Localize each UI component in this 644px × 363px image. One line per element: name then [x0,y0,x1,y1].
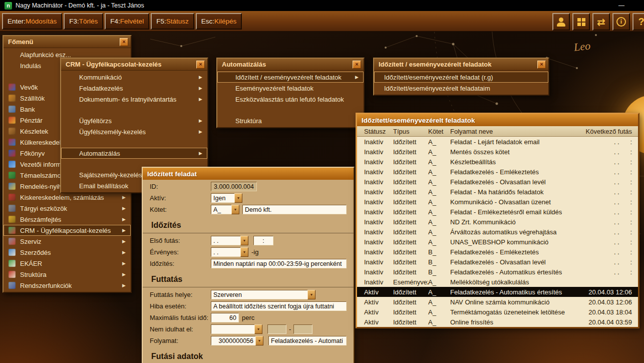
dropdown-arrow-icon[interactable]: ▼ [240,236,248,245]
menu-item[interactable]: Automatizálás ▶ [61,148,207,159]
on-error-field[interactable]: A beállított időzítés szerint fogja újra… [211,301,347,311]
table-row[interactable]: Inaktív Időzített A_ ND Zrt. Kommunikáci… [357,217,638,227]
table-row[interactable]: Inaktív Időzített A_ Feladat - Emlékezte… [357,207,638,217]
table-row[interactable]: Aktív Időzített A_ Online frissítés 20.0… [357,317,638,327]
dialog-titlebar[interactable]: Időzített feladat [143,168,354,180]
table-row[interactable]: Inaktív Időzített B_ Feladatkezelés - Em… [357,247,638,257]
column-header-process[interactable]: Folyamat neve [450,128,574,135]
submenu-arrow-icon: ▶ [197,97,202,102]
process-id-field[interactable]: 3000000056 [211,336,256,345]
table-row[interactable]: Inaktív Időzített A_ Árváltozás automati… [357,227,638,237]
menu-item[interactable]: Időzített/eseményvezérelt feladataim [374,83,548,94]
crm-menu-titlebar[interactable]: CRM - Ügyfélkapcsolat-kezelés × [61,59,207,71]
menu-item[interactable]: EKÁER ▶ [4,258,131,269]
transfer-button[interactable]: ⇄ [592,13,610,31]
table-row[interactable]: Inaktív Időzített A_ UNAS_WEBSHOP kommun… [357,237,638,247]
close-icon[interactable]: × [353,61,361,69]
volume-select[interactable]: A_ [211,205,232,214]
menu-item[interactable]: Tárgyi eszközök ▶ [4,203,131,214]
function-key-button[interactable]: F4:Felvétel [105,13,149,30]
cell-process: Feladatkezelés - Automatikus értesítés [450,288,574,296]
close-icon[interactable]: × [196,61,205,69]
minimize-button[interactable]: — [618,2,624,9]
table-row[interactable]: Inaktív Időzített A_ Feladat - Ma határi… [357,187,638,197]
dropdown-arrow-icon[interactable]: ▼ [307,290,315,299]
table-row[interactable]: Inaktív Időzített A_ Készletbeállítás . … [357,157,638,167]
dropdown-arrow-icon[interactable]: ▼ [240,247,248,257]
automation-menu-titlebar[interactable]: Automatizálás × [217,59,364,71]
menu-item[interactable]: Kommunikáció ▶ [61,72,207,83]
table-row[interactable]: Inaktív Időzített A_ Kommunikáció - Olva… [357,197,638,207]
dropdown-arrow-icon[interactable]: ▼ [255,336,263,345]
menu-item[interactable]: Eseményvezérelt feladatok [217,83,364,94]
menu-item[interactable]: Rendszerfunkciók ▶ [4,280,131,291]
function-key-button[interactable]: Esc:Kilépés [196,13,242,30]
menu-item[interactable]: Struktúra [217,115,364,126]
function-key-button[interactable]: Enter:Módosítás [2,13,62,30]
table-titlebar[interactable]: Időzített/eseményvezérelt feladatok [357,114,638,126]
cell-next-run: . . : [574,178,638,186]
menu-item[interactable]: Kiskereskedelem, számlázás ▶ [4,192,131,203]
menu-item[interactable]: CRM - Ügyfélkapcsolat-kezelés ▶ [4,225,131,236]
first-run-time-field[interactable]: : [253,236,273,245]
cell-next-run: . . : [574,218,638,226]
column-header-type[interactable]: Típus [393,128,428,135]
menu-item[interactable]: Szerződés ▶ [4,247,131,258]
menu-item[interactable]: Eszközválasztás után lefutó feladatok [217,94,364,105]
menu-item[interactable]: Szerviz ▶ [4,236,131,247]
first-run-date-field[interactable]: . . [211,236,241,245]
column-header-next-run[interactable]: Következő futás [574,128,638,135]
no-start-select[interactable] [211,324,255,334]
menu-item[interactable]: Ügyféltörzs ▶ [61,115,207,126]
menu-item[interactable]: Időzített/eseményvezérelt feladat (r.g) [374,72,548,83]
help-button[interactable]: ? [632,13,644,31]
menu-item[interactable]: Struktúra ▶ [4,269,131,280]
process-name-field[interactable]: Feladatkezelés - Automati [268,336,347,345]
menu-item[interactable]: Dokumentum- és Iratnyilvántartás ▶ [61,94,207,105]
no-start-to-field[interactable] [293,324,312,334]
volume-name-field[interactable]: Demó kft. [242,205,347,214]
table-row[interactable]: Inaktív Időzített B_ Feladatkezelés - Au… [357,267,638,277]
close-icon[interactable]: × [120,38,128,46]
dropdown-arrow-icon[interactable]: ▼ [234,193,242,203]
function-key-button[interactable]: F5:Státusz [151,13,194,30]
menu-item[interactable]: Feladatkezelés ▶ [61,83,207,94]
scheduled-tasks-menu-titlebar[interactable]: Időzített / eseményvezérelt feladatok × [374,59,548,71]
menu-item[interactable]: Időzített / eseményvezérelt feladatok ▶ [217,72,364,83]
column-header-volume[interactable]: Kötet [428,128,450,135]
table-row[interactable]: Inaktív Eseményvez. A_ Mellékköltség utó… [357,277,638,287]
main-menu-titlebar[interactable]: Főmenü × [4,36,131,48]
table-row[interactable]: Aktív Időzített A_ Feladatkezelés - Auto… [357,287,638,297]
function-key-button[interactable]: F3:Törlés [64,13,103,30]
close-icon[interactable]: × [537,61,546,69]
table-row[interactable]: Inaktív Időzített B_ Feladatkezelés - Ol… [357,257,638,267]
menu-item-icon [9,62,16,69]
user-button[interactable] [552,13,570,31]
table-row[interactable]: Inaktív Időzített A_ Feladatkezelés - Em… [357,167,638,177]
dropdown-arrow-icon[interactable]: ▼ [231,205,239,214]
menu-item[interactable] [217,105,364,115]
table-row[interactable]: Inaktív Időzített A_ Feladatkezelés - Ol… [357,177,638,187]
menu-item-label: Szerződés [20,249,116,256]
no-start-from-field[interactable] [267,324,286,334]
table-row[interactable]: Aktív Időzített A_ NAV Online számla kom… [357,297,638,307]
cell-type: Időzített [393,158,428,166]
table-header: Státusz Típus Kötet Folyamat neve Követk… [357,126,638,137]
schedule-field[interactable]: Minden naptári nap 00:00-23:59-ig percen… [211,259,347,268]
table-row[interactable]: Aktív Időzített A_ Terméktámogatás üzene… [357,307,638,317]
active-select[interactable]: Igen [211,193,235,203]
menu-item[interactable] [61,105,207,115]
run-location-select[interactable]: Szerveren [211,290,308,299]
menu-item[interactable]: Bérszámfejtés ▶ [4,214,131,225]
modules-button[interactable] [572,13,590,31]
table-row[interactable]: Inaktív Időzített A_ Mentés összes kötet… [357,147,638,157]
menu-item[interactable]: Ügyfélszemély-kezelés ▶ [61,126,207,137]
max-runtime-field[interactable]: 60 [211,313,239,322]
cell-next-run: 20.04.04 03:59 [574,318,638,326]
table-row[interactable]: Inaktív Időzített A_ Feladat - Lejárt fe… [357,137,638,147]
column-header-status[interactable]: Státusz [357,128,393,135]
info-button[interactable]: i [612,13,630,31]
valid-until-date-field[interactable]: . . [211,247,241,257]
dropdown-arrow-icon[interactable]: ▼ [254,324,262,334]
menu-item[interactable] [61,137,207,148]
